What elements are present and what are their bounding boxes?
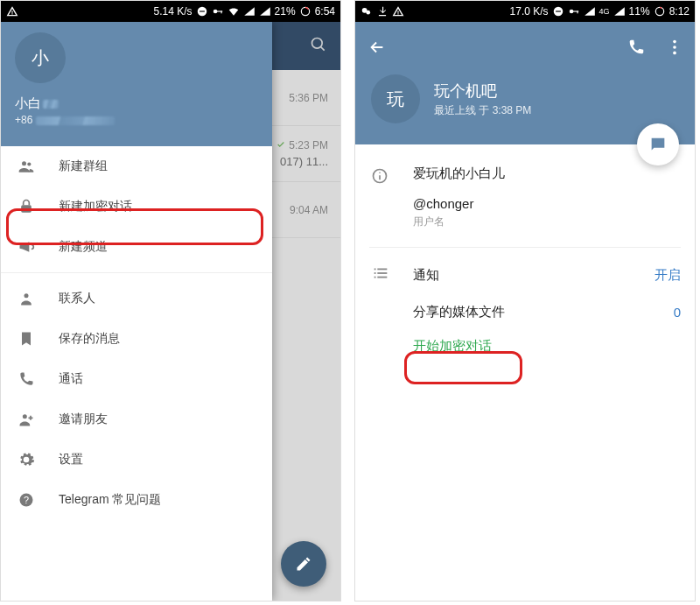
network-speed: 17.0 K/s xyxy=(510,5,549,18)
avatar-letter: 小 xyxy=(32,46,49,70)
menu-saved-messages[interactable]: 保存的消息 xyxy=(1,319,272,359)
menu-new-secret-chat[interactable]: 新建加密对话 xyxy=(1,186,272,227)
svg-rect-10 xyxy=(21,205,32,212)
dnd-icon xyxy=(196,5,208,18)
clock-time: 6:54 xyxy=(315,5,335,18)
statusbar: 17.0 K/s 4G 11% 8:12 xyxy=(355,1,695,22)
svg-text:?: ? xyxy=(24,495,29,505)
highlight-annotation xyxy=(404,351,522,384)
divider xyxy=(1,272,272,273)
username-text: @chonger xyxy=(413,196,681,211)
svg-point-24 xyxy=(673,46,676,49)
notifications-label: 通知 xyxy=(413,267,632,284)
svg-rect-21 xyxy=(577,11,578,13)
phone-icon xyxy=(17,369,36,389)
new-message-fab[interactable] xyxy=(281,541,326,587)
svg-rect-30 xyxy=(377,269,387,271)
svg-point-16 xyxy=(366,11,370,15)
vpn-key-icon xyxy=(568,5,580,18)
menu-new-channel[interactable]: 新建频道 xyxy=(1,227,272,267)
svg-rect-1 xyxy=(200,11,205,11)
navigation-drawer: 小 小白 +86 新建群组 新建加密对话 新建频道 xyxy=(1,22,272,601)
menu-label: 新建群组 xyxy=(59,158,108,174)
shared-media-value: 0 xyxy=(674,305,681,320)
svg-rect-29 xyxy=(374,269,376,271)
gear-icon xyxy=(17,450,36,469)
avatar[interactable]: 玩 xyxy=(371,74,420,123)
menu-settings[interactable]: 设置 xyxy=(1,440,272,480)
bookmark-icon xyxy=(17,329,36,348)
svg-rect-4 xyxy=(220,11,221,13)
message-fab[interactable] xyxy=(637,123,679,165)
svg-point-25 xyxy=(673,52,676,55)
menu-contacts[interactable]: 联系人 xyxy=(1,278,272,319)
right-screenshot: 17.0 K/s 4G 11% 8:12 xyxy=(354,0,696,601)
group-icon xyxy=(17,157,36,176)
menu-faq[interactable]: ? Telegram 常见问题 xyxy=(1,480,272,520)
bio-text: 爱玩机的小白儿 xyxy=(413,165,681,182)
download-icon xyxy=(376,5,388,18)
svg-point-2 xyxy=(213,10,217,14)
svg-rect-32 xyxy=(377,272,387,274)
list-icon xyxy=(371,264,390,286)
menu-label: 新建频道 xyxy=(59,239,108,255)
more-button[interactable] xyxy=(665,38,684,57)
start-secret-chat-label: 开始加密对话 xyxy=(413,338,492,353)
svg-point-23 xyxy=(673,40,676,44)
svg-point-22 xyxy=(655,7,663,15)
add-person-icon xyxy=(17,410,36,429)
wifi-icon xyxy=(228,5,240,18)
menu-label: 通话 xyxy=(59,371,83,387)
battery-icon xyxy=(299,5,312,18)
drawer-header[interactable]: 小 小白 +86 xyxy=(1,22,272,146)
battery-percent: 21% xyxy=(275,5,296,18)
svg-point-19 xyxy=(569,10,573,14)
battery-icon xyxy=(654,5,666,18)
start-secret-chat-row[interactable]: 开始加密对话 xyxy=(369,320,681,355)
menu-label: Telegram 常见问题 xyxy=(59,492,161,508)
menu-label: 保存的消息 xyxy=(59,331,120,347)
menu-label: 新建加密对话 xyxy=(59,199,132,215)
back-button[interactable] xyxy=(368,38,387,57)
network-speed: 5.14 K/s xyxy=(154,5,192,18)
help-icon: ? xyxy=(17,490,36,510)
wechat-icon xyxy=(360,5,373,18)
avatar-letter: 玩 xyxy=(387,88,404,111)
svg-point-28 xyxy=(379,172,381,173)
info-icon xyxy=(371,167,390,186)
svg-rect-33 xyxy=(374,277,376,278)
network-type: 4G xyxy=(599,7,610,16)
dnd-icon xyxy=(552,5,564,18)
shared-media-label: 分享的媒体文件 xyxy=(413,304,674,320)
svg-point-9 xyxy=(27,162,31,165)
menu-calls[interactable]: 通话 xyxy=(1,359,272,399)
svg-rect-18 xyxy=(556,11,561,11)
signal-icon-2 xyxy=(259,5,271,18)
menu-label: 设置 xyxy=(59,452,83,468)
shared-media-row[interactable]: 分享的媒体文件 0 xyxy=(369,286,681,320)
menu-invite-friends[interactable]: 邀请朋友 xyxy=(1,399,272,440)
battery-percent: 11% xyxy=(629,5,650,18)
info-row-bio[interactable]: 爱玩机的小白儿 @chonger 用户名 xyxy=(369,144,681,229)
notifications-row[interactable]: 通知 开启 xyxy=(369,248,681,286)
avatar[interactable]: 小 xyxy=(15,32,66,83)
profile-title: 玩个机吧 xyxy=(434,81,531,102)
megaphone-icon xyxy=(17,237,36,257)
svg-rect-31 xyxy=(374,272,376,274)
svg-point-11 xyxy=(24,293,29,298)
menu-new-group[interactable]: 新建群组 xyxy=(1,146,272,186)
warning-icon xyxy=(6,5,18,18)
drawer-phone: +86 xyxy=(15,114,258,126)
profile-header: 玩 玩个机吧 最近上线 于 3:38 PM xyxy=(355,22,695,144)
call-button[interactable] xyxy=(626,38,646,57)
vpn-key-icon xyxy=(212,5,224,18)
username-caption: 用户名 xyxy=(413,215,681,229)
signal-icon xyxy=(243,5,256,18)
notifications-value: 开启 xyxy=(654,267,681,284)
warning-icon xyxy=(392,5,404,18)
statusbar: 5.14 K/s 21% 6:54 xyxy=(1,1,340,22)
signal-icon xyxy=(584,5,596,18)
profile-status: 最近上线 于 3:38 PM xyxy=(434,103,531,118)
svg-point-8 xyxy=(22,161,26,165)
svg-point-12 xyxy=(23,414,27,419)
